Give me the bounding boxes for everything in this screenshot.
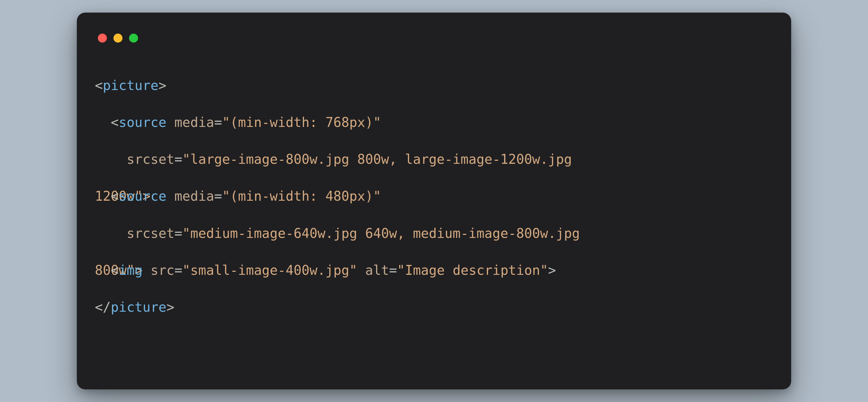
minimize-icon[interactable] <box>114 34 122 43</box>
next-element: <img src="small-image-400w.jpg" alt="Ima… <box>95 261 556 279</box>
code-line: <picture> <box>95 76 773 95</box>
code-line: srcset="medium-image-640w.jpg 640w, medi… <box>95 224 773 243</box>
code-block: <picture> <source media="(min-width: 768… <box>95 58 773 354</box>
code-window: <picture> <source media="(min-width: 768… <box>77 12 791 390</box>
code-line: </picture> <box>95 298 773 316</box>
code-line: <source media="(min-width: 768px)" <box>95 113 773 132</box>
code-line: srcset="large-image-800w.jpg 800w, large… <box>95 150 773 169</box>
code-line-overlap: 800w"> <img src="small-image-400w.jpg" a… <box>95 261 773 279</box>
next-element: <source media="(min-width: 480px)" <box>95 187 381 205</box>
close-icon[interactable] <box>98 34 107 43</box>
traffic-lights <box>95 31 773 58</box>
maximize-icon[interactable] <box>129 34 138 43</box>
code-line-overlap: 1200w"> <source media="(min-width: 480px… <box>95 187 773 205</box>
